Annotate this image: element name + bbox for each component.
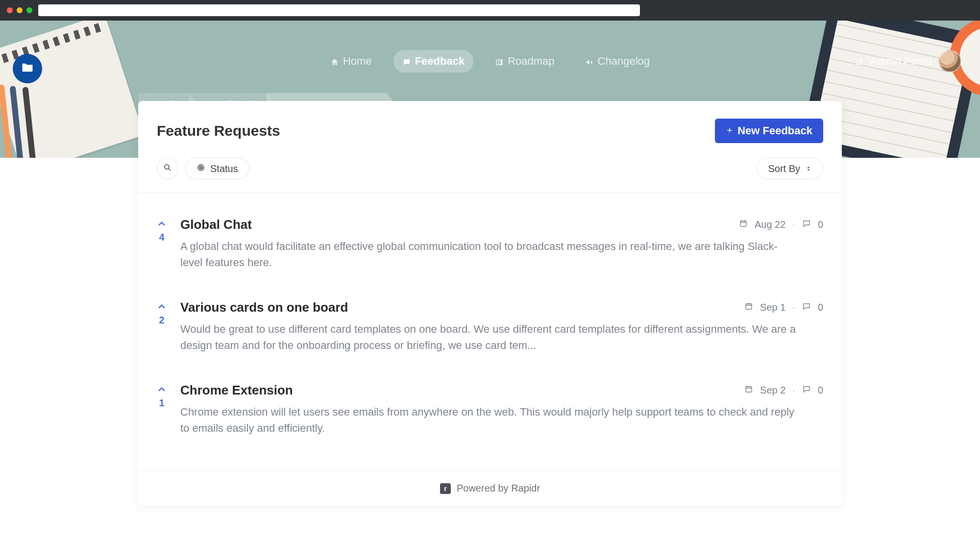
- url-bar[interactable]: [38, 4, 640, 16]
- sort-by-button[interactable]: Sort By: [757, 158, 823, 179]
- feedback-icon: [402, 57, 411, 66]
- calendar-icon: [739, 219, 748, 230]
- item-meta: Sep 1 · 0: [744, 302, 823, 313]
- feedback-list: 4 Global Chat Aug 22 · 0 A global chat w…: [138, 193, 842, 470]
- item-title: Various cards on one board: [180, 300, 348, 315]
- comment-icon: [802, 302, 811, 313]
- card-footer: r Powered by Rapidr: [138, 470, 842, 506]
- target-icon: [196, 163, 205, 174]
- external-link-icon: [855, 57, 863, 66]
- nav-roadmap[interactable]: Roadmap: [486, 50, 563, 73]
- list-item[interactable]: 4 Global Chat Aug 22 · 0 A global chat w…: [152, 202, 823, 285]
- svg-rect-5: [746, 304, 752, 309]
- status-filter-label: Status: [210, 163, 238, 174]
- item-date: Sep 2: [760, 385, 785, 396]
- new-feedback-button[interactable]: New Feedback: [715, 119, 823, 143]
- new-feedback-label: New Feedback: [737, 124, 812, 137]
- sort-icon: [805, 163, 812, 174]
- upvote-button[interactable]: 2: [152, 300, 172, 353]
- plus-icon: [726, 124, 734, 137]
- maximize-window-icon[interactable]: [26, 7, 32, 13]
- item-meta: Aug 22 · 0: [739, 219, 823, 230]
- item-description: A global chat would facilitate an effect…: [180, 238, 798, 271]
- nav-changelog[interactable]: Changelog: [576, 50, 659, 73]
- rapidr-logo-icon: r: [440, 483, 451, 494]
- home-icon: [330, 57, 339, 66]
- upvote-button[interactable]: 4: [152, 217, 172, 271]
- minimize-window-icon[interactable]: [17, 7, 23, 13]
- vote-count: 4: [159, 232, 164, 243]
- browser-chrome: [0, 0, 980, 21]
- item-date: Aug 22: [755, 219, 785, 230]
- chevron-up-icon: [157, 219, 167, 231]
- calendar-icon: [744, 302, 753, 313]
- nav-feedback[interactable]: Feedback: [393, 50, 474, 73]
- list-item[interactable]: 2 Various cards on one board Sep 1 · 0 W…: [152, 285, 823, 368]
- filter-row: Status Sort By: [138, 158, 842, 193]
- window-controls: [7, 7, 32, 13]
- svg-rect-6: [746, 387, 752, 392]
- comment-icon: [802, 385, 811, 396]
- item-meta: Sep 2 · 0: [744, 385, 823, 396]
- item-description: Chrome extension will let users see emai…: [180, 404, 798, 436]
- item-comments: 0: [818, 302, 823, 313]
- close-window-icon[interactable]: [7, 7, 13, 13]
- list-item[interactable]: 1 Chrome Extension Sep 2 · 0 Chrome exte…: [152, 368, 823, 451]
- svg-point-0: [165, 165, 169, 169]
- megaphone-icon: [585, 57, 594, 66]
- main-card: Feature Requests New Feedback Status Sor…: [138, 101, 842, 506]
- top-nav: Home Feedback Roadmap Changelog: [0, 50, 980, 73]
- avatar[interactable]: [939, 50, 961, 73]
- item-description: Would be great to use different card tem…: [180, 321, 798, 353]
- calendar-icon: [744, 385, 753, 396]
- admin-portal-link[interactable]: Admin Portal: [870, 55, 932, 68]
- item-title: Global Chat: [180, 217, 252, 232]
- chevron-up-icon: [157, 302, 167, 314]
- svg-rect-4: [740, 221, 746, 226]
- nav-changelog-label: Changelog: [598, 55, 650, 68]
- item-title: Chrome Extension: [180, 383, 293, 398]
- powered-by-label[interactable]: Powered by Rapidr: [457, 483, 540, 494]
- nav-home-label: Home: [343, 55, 372, 68]
- map-icon: [495, 57, 504, 66]
- vote-count: 1: [159, 397, 164, 409]
- search-button[interactable]: [157, 158, 178, 179]
- nav-roadmap-label: Roadmap: [508, 55, 554, 68]
- page-title: Feature Requests: [157, 123, 280, 139]
- sort-by-label: Sort By: [768, 163, 800, 174]
- admin-area: Admin Portal: [855, 50, 961, 73]
- chevron-up-icon: [157, 385, 167, 396]
- comment-icon: [802, 219, 811, 230]
- svg-point-3: [200, 167, 201, 168]
- vote-count: 2: [159, 315, 164, 326]
- item-comments: 0: [818, 219, 823, 230]
- item-date: Sep 1: [760, 302, 785, 313]
- item-comments: 0: [818, 385, 823, 396]
- upvote-button[interactable]: 1: [152, 383, 172, 436]
- nav-feedback-label: Feedback: [415, 55, 465, 68]
- search-icon: [163, 163, 172, 174]
- status-filter[interactable]: Status: [185, 158, 249, 179]
- card-header: Feature Requests New Feedback: [138, 101, 842, 158]
- nav-home[interactable]: Home: [321, 50, 381, 73]
